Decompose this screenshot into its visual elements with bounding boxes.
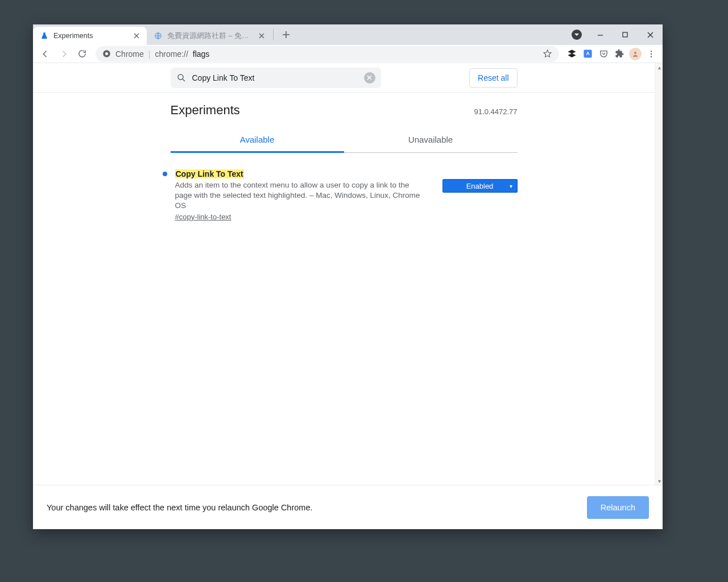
svg-point-10 bbox=[178, 74, 183, 80]
scroll-up-icon[interactable]: ▴ bbox=[655, 63, 663, 71]
extensions-row: A bbox=[565, 47, 658, 61]
tab-separator bbox=[273, 29, 274, 40]
svg-point-7 bbox=[651, 51, 652, 52]
bookmark-star-icon[interactable] bbox=[543, 49, 552, 59]
tab-experiments[interactable]: Experiments bbox=[33, 27, 147, 45]
buffer-extension-icon[interactable] bbox=[565, 47, 578, 61]
tab-unavailable[interactable]: Unavailable bbox=[344, 129, 518, 152]
reload-button[interactable] bbox=[74, 46, 90, 62]
close-tab-icon[interactable] bbox=[257, 31, 266, 40]
flag-state-value: Enabled bbox=[466, 182, 494, 190]
url-separator: | bbox=[148, 49, 151, 59]
relaunch-bar: Your changes will take effect the next t… bbox=[33, 485, 663, 529]
tab-title: Experiments bbox=[53, 32, 127, 40]
version-text: 91.0.4472.77 bbox=[474, 107, 518, 116]
flag-copy-link-to-text: Copy Link To Text Adds an item to the co… bbox=[171, 169, 518, 222]
globe-icon bbox=[154, 31, 163, 40]
search-icon bbox=[176, 73, 187, 83]
address-bar[interactable]: Chrome | chrome://flags bbox=[96, 46, 559, 62]
search-input[interactable] bbox=[192, 73, 358, 82]
relaunch-message: Your changes will take effect the next t… bbox=[47, 503, 313, 512]
flag-description: Adds an item to the context menu to allo… bbox=[175, 180, 425, 211]
tab-strip: Experiments 免費資源網路社群 – 免費資源指南 bbox=[33, 24, 663, 45]
flag-anchor-link[interactable]: #copy-link-to-text bbox=[175, 213, 231, 221]
svg-point-6 bbox=[634, 52, 636, 54]
chevron-down-icon: ▾ bbox=[510, 183, 512, 189]
svg-point-9 bbox=[651, 56, 652, 57]
close-tab-icon[interactable] bbox=[132, 31, 141, 40]
flask-icon bbox=[40, 31, 49, 40]
vertical-scrollbar[interactable]: ▴ ▾ bbox=[655, 63, 663, 485]
flag-title: Copy Link To Text bbox=[175, 169, 244, 178]
svg-point-8 bbox=[651, 53, 652, 54]
back-button[interactable] bbox=[38, 46, 53, 62]
tab-available[interactable]: Available bbox=[171, 129, 344, 153]
new-tab-button[interactable] bbox=[278, 27, 294, 43]
svg-rect-1 bbox=[623, 32, 627, 37]
search-box[interactable] bbox=[171, 68, 381, 88]
flags-search-bar: Reset all bbox=[33, 63, 655, 93]
forward-button[interactable] bbox=[56, 46, 72, 62]
translate-extension-icon[interactable]: A bbox=[581, 47, 594, 61]
profile-avatar[interactable] bbox=[628, 47, 642, 61]
minimize-button[interactable] bbox=[588, 26, 613, 43]
svg-point-3 bbox=[105, 52, 108, 55]
extensions-puzzle-icon[interactable] bbox=[613, 47, 626, 61]
page-title: Experiments bbox=[171, 103, 240, 118]
modified-dot-icon bbox=[163, 172, 167, 176]
flags-tabs: Available Unavailable bbox=[171, 129, 518, 153]
toolbar: Chrome | chrome://flags A bbox=[33, 45, 663, 63]
maximize-button[interactable] bbox=[613, 26, 638, 43]
url-scheme: Chrome bbox=[115, 49, 144, 59]
tab-free-resources[interactable]: 免費資源網路社群 – 免費資源指南 bbox=[147, 27, 272, 45]
window-controls bbox=[572, 24, 663, 45]
relaunch-button[interactable]: Relaunch bbox=[587, 496, 649, 519]
page-viewport: ▴ ▾ Reset all bbox=[33, 63, 663, 485]
close-window-button[interactable] bbox=[638, 26, 663, 43]
url-path: flags bbox=[193, 49, 210, 59]
chrome-icon bbox=[102, 49, 111, 58]
flag-state-select[interactable]: Enabled ▾ bbox=[442, 179, 518, 193]
page-content: Reset all Experiments 91.0.4472.77 Avail… bbox=[33, 63, 655, 485]
reset-all-button[interactable]: Reset all bbox=[469, 68, 517, 88]
browser-window: Experiments 免費資源網路社群 – 免費資源指南 bbox=[33, 24, 663, 529]
tab-title: 免費資源網路社群 – 免費資源指南 bbox=[167, 31, 253, 41]
svg-text:A: A bbox=[586, 51, 589, 56]
pocket-extension-icon[interactable] bbox=[597, 47, 610, 61]
menu-button[interactable] bbox=[644, 47, 658, 61]
clear-search-icon[interactable] bbox=[364, 72, 375, 84]
scroll-down-icon[interactable]: ▾ bbox=[655, 477, 663, 485]
profile-switcher-icon[interactable] bbox=[572, 30, 582, 40]
url-prefix: chrome:// bbox=[155, 49, 188, 59]
